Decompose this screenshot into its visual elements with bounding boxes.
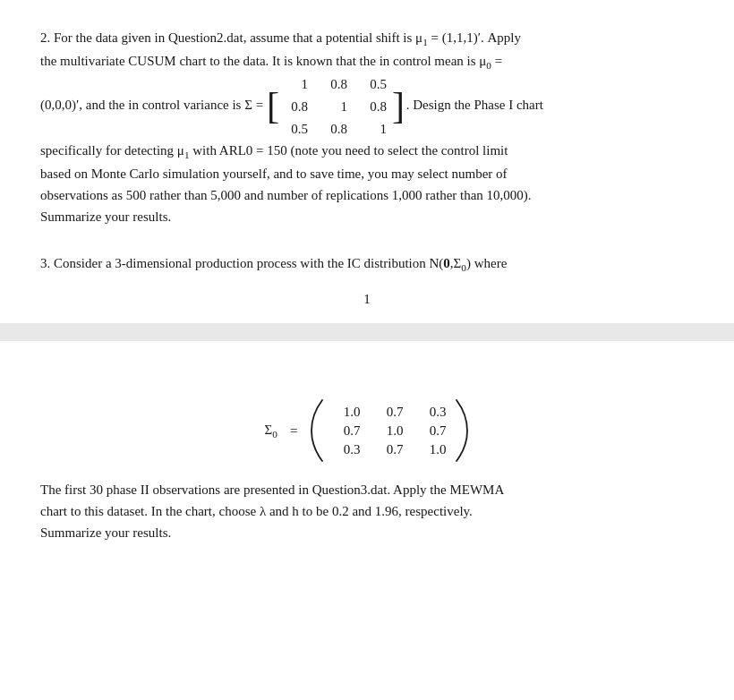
rd-cell-2-1: 0.7 xyxy=(333,423,360,439)
cell-2-1: 0.8 xyxy=(283,96,308,117)
q3-sub0: 0 xyxy=(461,262,466,273)
sq-matrix-row-1: 1 0.8 0.5 xyxy=(283,73,387,95)
sigma-matrix-q2: [ 1 0.8 0.5 0.8 1 0.8 0.5 0.8 xyxy=(267,73,403,140)
q3-centered-1: 1 xyxy=(40,292,694,307)
sq-bracket-left: [ xyxy=(267,90,277,123)
sigma-label-display: Σ0 xyxy=(265,423,277,440)
equals-sign: = xyxy=(290,423,297,439)
q2-line3-post: . Design the Phase I chart xyxy=(406,98,543,112)
rd-matrix-data: 1.0 0.7 0.3 0.7 1.0 0.7 0.3 0.7 1.0 xyxy=(333,405,446,457)
rd-row-3: 0.3 0.7 1.0 xyxy=(333,442,446,457)
page-container: 2. For the data given in Question2.dat, … xyxy=(0,0,734,595)
q3-bold-0: 0 xyxy=(443,256,450,270)
right-paren-svg xyxy=(453,398,469,463)
q3-bottom-text: The first 30 phase II observations are p… xyxy=(40,479,694,543)
question-2-text: 2. For the data given in Question2.dat, … xyxy=(40,27,694,227)
section-divider xyxy=(0,323,734,341)
cell-3-2: 0.8 xyxy=(322,118,347,140)
rd-cell-1-2: 0.7 xyxy=(376,405,403,420)
q2-sub1: 1 xyxy=(422,37,428,47)
rd-cell-1-1: 1.0 xyxy=(333,405,360,420)
sigma0-matrix: 1.0 0.7 0.3 0.7 1.0 0.7 0.3 0.7 1.0 xyxy=(310,398,469,463)
rd-row-1: 1.0 0.7 0.3 xyxy=(333,405,446,420)
q2-number: 2. xyxy=(40,30,50,45)
cell-3-3: 1 xyxy=(362,118,387,140)
question-3-top: 3. Consider a 3-dimensional production p… xyxy=(40,252,694,307)
cell-3-1: 0.5 xyxy=(283,118,308,140)
cell-1-1: 1 xyxy=(283,73,308,95)
sq-bracket-right: ] xyxy=(392,90,403,123)
cell-2-3: 0.8 xyxy=(362,96,387,117)
q3-number: 3. xyxy=(40,256,50,270)
and-word: and xyxy=(269,504,289,518)
sigma-sub-0: 0 xyxy=(272,429,277,440)
cell-2-2: 1 xyxy=(322,96,347,117)
question-3-intro: 3. Consider a 3-dimensional production p… xyxy=(40,252,694,276)
cell-1-3: 0.5 xyxy=(362,73,387,95)
cell-1-2: 0.8 xyxy=(322,73,347,95)
sq-matrix-row-2: 0.8 1 0.8 xyxy=(283,96,387,117)
sigma0-matrix-display: Σ0 = 1.0 0.7 0.3 0.7 xyxy=(40,391,694,463)
rd-cell-2-3: 0.7 xyxy=(419,423,446,439)
rd-cell-2-2: 1.0 xyxy=(376,423,403,439)
sigma-display: Σ0 = 1.0 0.7 0.3 0.7 xyxy=(265,398,470,463)
sq-matrix-data: 1 0.8 0.5 0.8 1 0.8 0.5 0.8 1 xyxy=(283,73,387,140)
rd-cell-3-2: 0.7 xyxy=(376,442,403,457)
question-3-bottom: Σ0 = 1.0 0.7 0.3 0.7 xyxy=(40,357,694,543)
question-2-block: 2. For the data given in Question2.dat, … xyxy=(40,27,694,227)
left-paren-svg xyxy=(310,398,326,463)
rd-cell-3-3: 1.0 xyxy=(419,442,446,457)
rd-cell-3-1: 0.3 xyxy=(333,442,360,457)
q3-label-1: 1 xyxy=(363,292,371,306)
q2-line3-pre: (0,0,0)′, and the in control variance is… xyxy=(40,98,267,112)
q2-sub0: 0 xyxy=(486,60,491,71)
sq-matrix-row-3: 0.5 0.8 1 xyxy=(283,118,387,140)
rd-row-2: 0.7 1.0 0.7 xyxy=(333,423,446,439)
q2-sub-mu1: 1 xyxy=(184,149,190,160)
rd-cell-1-3: 0.3 xyxy=(419,405,446,420)
